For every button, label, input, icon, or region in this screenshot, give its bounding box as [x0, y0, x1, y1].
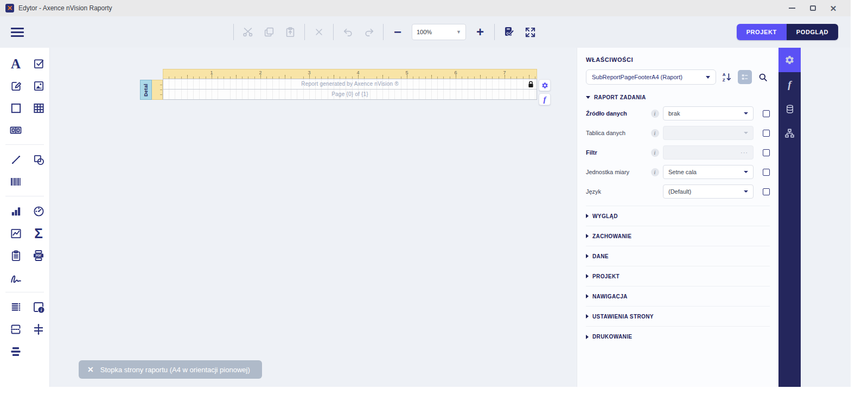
- band-text-generated[interactable]: Report generated by Axence nVision ®: [301, 81, 399, 87]
- close-icon[interactable]: ✕: [829, 4, 838, 12]
- field-checkbox[interactable]: [763, 110, 770, 117]
- properties-panel: WŁAŚCIWOŚCI SubReportPageFooterA4 (Rapor…: [577, 48, 778, 387]
- rich-edit-tool-icon[interactable]: [8, 78, 24, 94]
- field-value: (Default): [668, 188, 744, 195]
- band-settings-button[interactable]: [539, 79, 551, 91]
- zoom-in-icon[interactable]: +: [473, 25, 487, 39]
- app-logo-icon: ✕: [5, 4, 14, 12]
- tab-data-source-database-icon[interactable]: [778, 97, 801, 121]
- delete-icon[interactable]: [312, 25, 326, 39]
- zrodlo-danych-select[interactable]: brak: [663, 106, 754, 120]
- section-drukowanie[interactable]: DRUKOWANIE: [586, 327, 770, 347]
- bar-chart-tool-icon[interactable]: [8, 203, 24, 219]
- validate-icon[interactable]: [502, 25, 516, 39]
- checkbox-tool-icon[interactable]: [30, 55, 47, 72]
- object-selector[interactable]: SubReportPageFooterA4 (Raport): [586, 69, 716, 85]
- projekt-button[interactable]: PROJEKT: [737, 24, 787, 40]
- field-checkbox[interactable]: [763, 149, 770, 156]
- table-tool-icon[interactable]: [30, 100, 47, 116]
- chevron-down-icon: [586, 96, 590, 99]
- search-icon[interactable]: [756, 70, 770, 84]
- maximize-icon[interactable]: [808, 4, 817, 12]
- redo-icon[interactable]: [362, 25, 376, 39]
- ruler-number: 4: [356, 70, 359, 75]
- page-break-tool-icon[interactable]: [8, 321, 24, 337]
- section-wyglad[interactable]: WYGLĄD: [586, 206, 770, 226]
- pdf-export-tool-icon[interactable]: PDF: [30, 247, 47, 264]
- ruler-number: 6: [454, 70, 457, 75]
- toolbox-divider: [5, 292, 44, 292]
- chevron-right-icon: [586, 314, 589, 318]
- summary-sigma-tool-icon[interactable]: Σ: [30, 225, 47, 241]
- band-row-1[interactable]: Report generated by Axence nVision ®: [163, 79, 537, 90]
- toast-text: Stopka strony raportu (A4 w orientacji p…: [100, 366, 250, 374]
- band-text-page[interactable]: Page {0} of {1}: [331, 91, 368, 97]
- band-tab-detail[interactable]: Detal: [140, 80, 152, 100]
- info-icon[interactable]: i: [651, 110, 659, 118]
- paste-icon[interactable]: [283, 25, 297, 39]
- info-panel-tool-icon[interactable]: i: [30, 299, 47, 315]
- jednostka-miary-select[interactable]: Setne cala: [663, 165, 754, 179]
- properties-title: WŁAŚCIWOŚCI: [586, 56, 770, 63]
- jezyk-select[interactable]: (Default): [663, 184, 754, 199]
- info-icon[interactable]: i: [651, 168, 659, 176]
- rectangle-tool-icon[interactable]: [8, 100, 24, 116]
- design-canvas[interactable]: 1 2 3 4 5 6 7 Detal Report generated by …: [50, 48, 627, 387]
- category-view-icon[interactable]: [738, 70, 752, 84]
- section-projekt[interactable]: PROJEKT: [586, 266, 770, 286]
- field-label: Filtr: [586, 149, 647, 156]
- text-tool-icon[interactable]: A: [8, 55, 24, 72]
- info-icon[interactable]: i: [651, 129, 659, 137]
- fullscreen-icon[interactable]: [523, 25, 537, 39]
- cut-icon[interactable]: [241, 25, 255, 39]
- section-ustawienia-strony[interactable]: USTAWIENIA STRONY: [586, 307, 770, 327]
- sparkline-tool-icon[interactable]: [8, 225, 24, 241]
- left-toolbox: A: [0, 48, 50, 387]
- section-raport-zadania[interactable]: RAPORT ZADANIA: [586, 94, 770, 100]
- sort-az-icon[interactable]: A Z: [720, 70, 734, 84]
- subreport-tool-icon[interactable]: [8, 122, 24, 138]
- section-dane[interactable]: DANE: [586, 246, 770, 266]
- band-row-2[interactable]: Page {0} of {1}: [163, 90, 537, 100]
- menu-icon[interactable]: [11, 26, 26, 39]
- field-checkbox[interactable]: [763, 169, 770, 176]
- right-tab-bar: f: [778, 48, 801, 387]
- band-stack-tool-icon[interactable]: [8, 343, 24, 360]
- field-row-zrodlo-danych: Źródło danych i brak: [586, 104, 770, 123]
- line-tool-icon[interactable]: [8, 151, 24, 168]
- undo-icon[interactable]: [341, 25, 355, 39]
- podglad-button[interactable]: PODGLĄD: [787, 24, 838, 40]
- minimize-icon[interactable]: [788, 4, 796, 12]
- report-footer-band[interactable]: Report generated by Axence nVision ® Pag…: [163, 79, 537, 100]
- tab-expressions-f-icon[interactable]: f: [778, 72, 801, 97]
- filtr-editor[interactable]: ···: [663, 145, 754, 160]
- tab-report-structure-hierarchy-icon[interactable]: [778, 121, 801, 145]
- clipboard-tool-icon[interactable]: [8, 247, 24, 264]
- chevron-down-icon: [706, 76, 710, 79]
- copy-icon[interactable]: [262, 25, 276, 39]
- shapes-tool-icon[interactable]: [30, 151, 47, 168]
- ellipsis-icon[interactable]: ···: [741, 149, 748, 156]
- toast-close-icon[interactable]: ✕: [87, 366, 94, 373]
- barcode-tool-icon[interactable]: [8, 174, 24, 190]
- zoom-out-icon[interactable]: −: [391, 25, 405, 39]
- field-checkbox[interactable]: [763, 188, 770, 195]
- section-label: USTAWIENIA STRONY: [592, 314, 654, 320]
- detail-report-tool-icon[interactable]: [8, 299, 24, 315]
- gauge-tool-icon[interactable]: [30, 203, 47, 219]
- svg-text:Z: Z: [723, 78, 725, 82]
- vertical-distribute-tool-icon[interactable]: [30, 321, 47, 337]
- zoom-level-select[interactable]: 100% ▼: [412, 24, 466, 40]
- picture-tool-icon[interactable]: [30, 78, 47, 94]
- divider: [494, 24, 495, 40]
- info-icon[interactable]: i: [651, 149, 659, 157]
- field-checkbox[interactable]: [763, 130, 770, 137]
- tab-properties-gear-icon[interactable]: [778, 48, 801, 72]
- field-label: Tablica danych: [586, 130, 647, 136]
- toolbox-divider: [5, 144, 44, 145]
- signature-tool-icon[interactable]: [8, 270, 24, 286]
- section-zachowanie[interactable]: ZACHOWANIE: [586, 226, 770, 246]
- chevron-right-icon: [586, 214, 589, 218]
- band-function-button[interactable]: f: [539, 93, 551, 105]
- section-nawigacja[interactable]: NAWIGACJA: [586, 286, 770, 307]
